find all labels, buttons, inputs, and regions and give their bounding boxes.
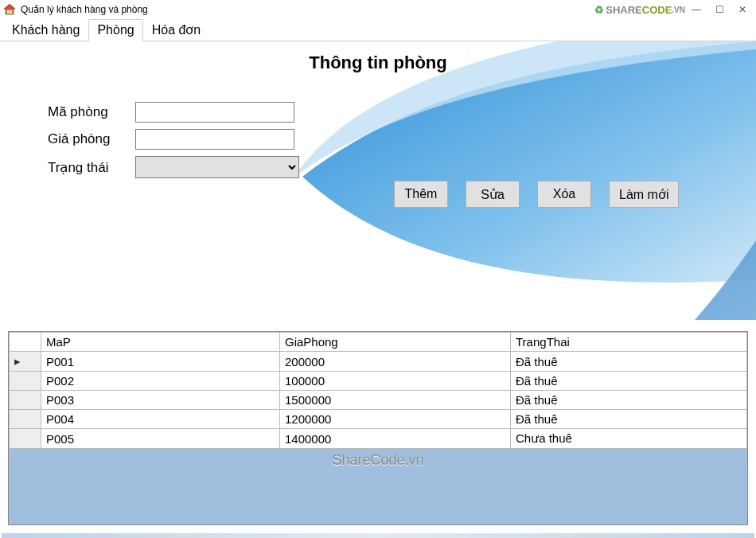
minimize-icon[interactable]: — [692, 6, 701, 14]
col-header-trangthai[interactable]: TrangThai [511, 333, 747, 352]
cell-giaphong[interactable]: 1500000 [280, 391, 511, 410]
table-row[interactable]: P0031500000Đã thuê [10, 391, 747, 410]
select-trangthai[interactable] [135, 156, 299, 178]
add-button[interactable]: Thêm [394, 181, 448, 208]
content-area: Thông tin phòng Mã phòng Giá phòng Trạng… [0, 41, 756, 535]
table-row[interactable]: ▸P001200000Đã thuê [10, 352, 747, 372]
cell-trangthai[interactable]: Đã thuê [511, 410, 747, 429]
edit-button[interactable]: Sửa [466, 181, 520, 208]
row-header [10, 372, 41, 391]
grid-header-row: MaP GiaPhong TrangThai [10, 333, 747, 352]
titlebar: Quản lý khách hàng và phòng ♻ SHARECODE.… [0, 0, 756, 19]
cell-map[interactable]: P005 [41, 429, 280, 449]
row-header [10, 429, 41, 449]
button-row: Thêm Sửa Xóa Làm mới [394, 181, 679, 208]
cell-map[interactable]: P004 [41, 410, 280, 429]
cell-giaphong[interactable]: 1400000 [280, 429, 511, 449]
grid-corner [10, 333, 41, 352]
cell-map[interactable]: P003 [41, 391, 280, 410]
refresh-button[interactable]: Làm mới [609, 181, 679, 208]
cell-giaphong[interactable]: 200000 [280, 352, 511, 372]
cell-trangthai[interactable]: Đã thuê [511, 391, 747, 410]
bottom-strip [2, 533, 754, 538]
cell-trangthai[interactable]: Đã thuê [511, 372, 747, 391]
cell-giaphong[interactable]: 1200000 [280, 410, 511, 429]
col-header-giaphong[interactable]: GiaPhong [280, 333, 511, 352]
row-header: ▸ [10, 352, 41, 372]
app-icon [3, 3, 16, 16]
label-maphong: Mã phòng [48, 104, 135, 120]
table-row[interactable]: P002100000Đã thuê [10, 372, 747, 391]
tab-hoadon[interactable]: Hóa đơn [143, 18, 210, 41]
close-icon[interactable]: ✕ [738, 6, 746, 14]
maximize-icon[interactable]: ☐ [715, 6, 724, 14]
tab-khachhang[interactable]: Khách hàng [3, 19, 88, 41]
cell-trangthai[interactable]: Chưa thuê [511, 429, 747, 449]
cell-giaphong[interactable]: 100000 [280, 372, 511, 391]
cell-map[interactable]: P001 [41, 352, 280, 372]
sharecode-logo: ♻ SHARECODE.VN [594, 4, 685, 16]
tab-bar: Khách hàng Phòng Hóa đơn [0, 19, 756, 41]
input-maphong[interactable] [135, 102, 294, 123]
tab-phong[interactable]: Phòng [88, 19, 142, 41]
table-row[interactable]: P0051400000Chưa thuê [10, 429, 747, 449]
table-row[interactable]: P0041200000Đã thuê [10, 410, 747, 429]
row-header [10, 391, 41, 410]
page-title: Thông tin phòng [0, 41, 756, 78]
data-grid[interactable]: MaP GiaPhong TrangThai ▸P001200000Đã thu… [8, 331, 748, 525]
cell-trangthai[interactable]: Đã thuê [511, 352, 747, 372]
window-title: Quản lý khách hàng và phòng [21, 4, 148, 15]
label-trangthai: Trạng thái [48, 159, 135, 176]
cell-map[interactable]: P002 [41, 372, 280, 391]
window-controls: — ☐ ✕ [692, 6, 753, 14]
row-header [10, 410, 41, 429]
svg-rect-1 [6, 10, 13, 14]
label-giaphong: Giá phòng [48, 131, 135, 147]
input-giaphong[interactable] [135, 129, 294, 150]
delete-button[interactable]: Xóa [537, 181, 591, 208]
col-header-map[interactable]: MaP [41, 333, 280, 352]
recycle-icon: ♻ [594, 4, 604, 16]
